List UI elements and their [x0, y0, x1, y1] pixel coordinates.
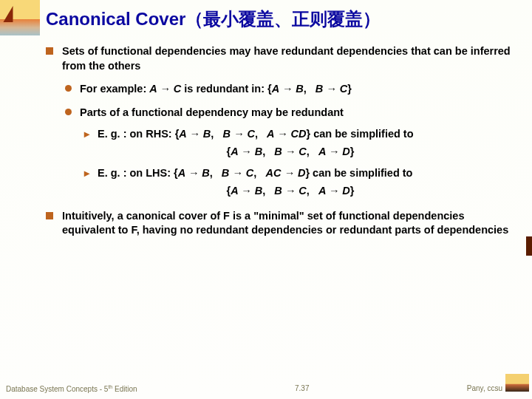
expr: A → C	[149, 83, 181, 95]
bullet-2: Intuitively, a canonical cover of F is a…	[43, 209, 513, 238]
accent-bar	[526, 236, 532, 256]
expr: A → B	[272, 83, 304, 95]
expr: A → D	[318, 146, 350, 157]
footer-right: Pany, ccsu	[467, 384, 502, 393]
expr: AC → D	[265, 167, 305, 179]
text: on LHS: {	[130, 167, 178, 179]
text: on RHS: {	[130, 128, 180, 140]
bullet-1b-rhs-result: {A → B, B → C, A → D}	[43, 145, 513, 160]
text: For example:	[80, 83, 149, 95]
bullet-1b: Parts of a functional dependency may be …	[43, 106, 513, 120]
expr: B → C	[274, 146, 307, 157]
text: Edition	[112, 385, 137, 393]
logo-top-left	[0, 0, 40, 35]
expr: B → C	[274, 185, 307, 197]
footer-center: 7.37	[295, 384, 309, 393]
expr: B → C	[222, 167, 254, 179]
bullet-1b-rhs: E. g. : on RHS: {A → B, B → C, A → CD} c…	[43, 127, 513, 142]
text: is redundant in: {	[181, 83, 271, 95]
footer: Database System Concepts - 5th Edition 7…	[0, 384, 532, 393]
expr: A → D	[318, 185, 350, 197]
eg-label: E. g. :	[98, 167, 130, 179]
slide-body: Sets of functional dependencies may have…	[43, 44, 513, 244]
expr: A → B	[179, 128, 211, 140]
bullet-1: Sets of functional dependencies may have…	[43, 44, 513, 73]
bullet-1a: For example: A → C is redundant in: {A →…	[43, 82, 513, 97]
bullet-1b-lhs-result: {A → B, B → C, A → D}	[43, 184, 513, 199]
expr: A → B	[178, 167, 210, 179]
slide-title: Canonical Cover（最小覆盖、正则覆盖）	[46, 7, 381, 31]
expr: A → B	[231, 185, 262, 197]
bullet-1b-lhs: E. g. : on LHS: {A → B, B → C, AC → D} c…	[43, 166, 513, 181]
expr: A → CD	[267, 128, 306, 140]
text: } can be simplified to	[305, 167, 412, 179]
footer-left: Database System Concepts - 5th Edition	[6, 384, 137, 393]
text: Database System Concepts - 5	[6, 385, 108, 393]
eg-label: E. g. :	[98, 128, 130, 140]
expr: B → C	[316, 83, 348, 95]
expr: B → C	[222, 128, 255, 140]
logo-bottom-right	[505, 374, 529, 392]
text: } can be simplified to	[307, 128, 414, 140]
expr: A → B	[231, 146, 262, 157]
